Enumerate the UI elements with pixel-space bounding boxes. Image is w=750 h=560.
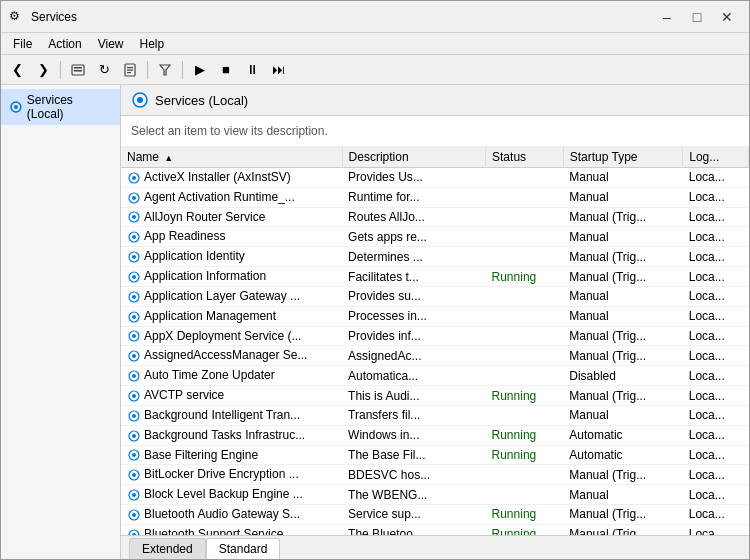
services-table[interactable]: Name ▲ Description Status (121, 147, 749, 535)
service-icon (127, 508, 141, 522)
service-name-cell: AVCTP service (121, 386, 342, 406)
maximize-button[interactable]: □ (683, 6, 711, 28)
table-row[interactable]: Application Layer Gateway ...Provides su… (121, 286, 749, 306)
table-row[interactable]: App ReadinessGets apps re...ManualLoca..… (121, 227, 749, 247)
service-icon (127, 488, 141, 502)
service-status-cell: Running (486, 425, 564, 445)
service-log-cell: Loca... (683, 524, 749, 535)
service-log-cell: Loca... (683, 207, 749, 227)
col-header-name[interactable]: Name ▲ (121, 147, 342, 168)
col-header-log[interactable]: Log... (683, 147, 749, 168)
toolbar-separator-1 (60, 61, 61, 79)
table-row[interactable]: AVCTP serviceThis is Audi...RunningManua… (121, 386, 749, 406)
filter-button[interactable] (153, 58, 177, 82)
col-header-status[interactable]: Status (486, 147, 564, 168)
window-title: Services (31, 10, 653, 24)
stop-service-button[interactable]: ■ (214, 58, 238, 82)
table-row[interactable]: Application ManagementProcesses in...Man… (121, 306, 749, 326)
service-startup-cell: Manual (563, 405, 683, 425)
table-row[interactable]: ActiveX Installer (AxInstSV)Provides Us.… (121, 168, 749, 188)
table-row[interactable]: Background Tasks Infrastruc...Windows in… (121, 425, 749, 445)
service-status-cell: Running (486, 445, 564, 465)
menu-action[interactable]: Action (40, 35, 89, 53)
sidebar-item-services-local[interactable]: Services (Local) (1, 89, 120, 125)
service-status-cell (486, 187, 564, 207)
service-log-cell: Loca... (683, 247, 749, 267)
col-header-startup-type[interactable]: Startup Type (563, 147, 683, 168)
service-log-cell: Loca... (683, 168, 749, 188)
service-status-cell (486, 207, 564, 227)
table-row[interactable]: AllJoyn Router ServiceRoutes AllJo...Man… (121, 207, 749, 227)
table-row[interactable]: Base Filtering EngineThe Base Fil...Runn… (121, 445, 749, 465)
svg-point-39 (132, 434, 136, 438)
service-log-cell: Loca... (683, 187, 749, 207)
service-desc-cell: Gets apps re... (342, 227, 485, 247)
table-row[interactable]: Application InformationFacilitates t...R… (121, 267, 749, 287)
resume-service-button[interactable]: ⏭ (266, 58, 290, 82)
tab-standard[interactable]: Standard (206, 538, 281, 559)
service-status-cell: Running (486, 505, 564, 525)
service-desc-cell: Windows in... (342, 425, 485, 445)
service-icon (127, 310, 141, 324)
service-name-cell: Bluetooth Audio Gateway S... (121, 505, 342, 525)
service-log-cell: Loca... (683, 485, 749, 505)
table-row[interactable]: Application IdentityDetermines ...Manual… (121, 247, 749, 267)
menu-help[interactable]: Help (132, 35, 173, 53)
minimize-button[interactable]: – (653, 6, 681, 28)
back-button[interactable]: ❮ (5, 58, 29, 82)
service-name-cell: Auto Time Zone Updater (121, 366, 342, 386)
window-icon: ⚙ (9, 9, 25, 25)
table-row[interactable]: Bluetooth Support ServiceThe Bluetoo...R… (121, 524, 749, 535)
pause-service-button[interactable]: ⏸ (240, 58, 264, 82)
services-list: Name ▲ Description Status (121, 147, 749, 535)
table-row[interactable]: AppX Deployment Service (...Provides inf… (121, 326, 749, 346)
forward-button[interactable]: ❯ (31, 58, 55, 82)
svg-rect-4 (127, 67, 133, 68)
tabs-bar: Extended Standard (121, 535, 749, 559)
service-desc-cell: Facilitates t... (342, 267, 485, 287)
service-icon (127, 290, 141, 304)
refresh-button[interactable]: ↻ (92, 58, 116, 82)
export-button[interactable] (118, 58, 142, 82)
col-header-description[interactable]: Description (342, 147, 485, 168)
service-startup-cell: Automatic (563, 445, 683, 465)
table-row[interactable]: Agent Activation Runtime_...Runtime for.… (121, 187, 749, 207)
services-local-icon (9, 100, 23, 114)
description-text: Select an item to view its description. (131, 124, 328, 138)
service-name-cell: Base Filtering Engine (121, 445, 342, 465)
service-startup-cell: Manual (563, 306, 683, 326)
show-hide-console-button[interactable] (66, 58, 90, 82)
service-status-cell (486, 247, 564, 267)
svg-rect-6 (127, 72, 131, 73)
menu-file[interactable]: File (5, 35, 40, 53)
service-icon (127, 329, 141, 343)
service-desc-cell: Provides su... (342, 286, 485, 306)
services-tbody: ActiveX Installer (AxInstSV)Provides Us.… (121, 168, 749, 536)
tab-extended[interactable]: Extended (129, 538, 206, 559)
table-row[interactable]: Background Intelligent Tran...Transfers … (121, 405, 749, 425)
service-startup-cell: Automatic (563, 425, 683, 445)
service-startup-cell: Manual (Trig... (563, 267, 683, 287)
table-row[interactable]: BitLocker Drive Encryption ...BDESVC hos… (121, 465, 749, 485)
panel-header: Services (Local) (121, 85, 749, 116)
svg-point-21 (132, 255, 136, 259)
close-button[interactable]: ✕ (713, 6, 741, 28)
service-status-cell (486, 366, 564, 386)
table-row[interactable]: Bluetooth Audio Gateway S...Service sup.… (121, 505, 749, 525)
service-name-cell: Application Identity (121, 247, 342, 267)
service-desc-cell: The Base Fil... (342, 445, 485, 465)
service-startup-cell: Manual (563, 187, 683, 207)
service-icon (127, 230, 141, 244)
service-desc-cell: Provides inf... (342, 326, 485, 346)
menu-view[interactable]: View (90, 35, 132, 53)
service-log-cell: Loca... (683, 425, 749, 445)
table-row[interactable]: AssignedAccessManager Se...AssignedAc...… (121, 346, 749, 366)
service-name-cell: AllJoyn Router Service (121, 207, 342, 227)
svg-point-23 (132, 275, 136, 279)
table-row[interactable]: Block Level Backup Engine ...The WBENG..… (121, 485, 749, 505)
service-status-cell (486, 346, 564, 366)
svg-rect-1 (74, 67, 82, 69)
table-row[interactable]: Auto Time Zone UpdaterAutomatica...Disab… (121, 366, 749, 386)
start-service-button[interactable]: ▶ (188, 58, 212, 82)
toolbar: ❮ ❯ ↻ ▶ ■ ⏸ ⏭ (1, 55, 749, 85)
